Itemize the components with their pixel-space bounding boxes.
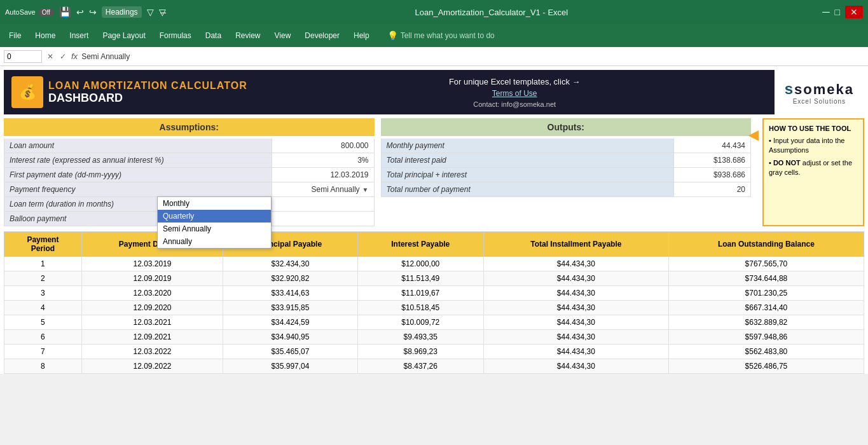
monthly-payment-value: 44.434 xyxy=(674,139,750,153)
table-cell: $10.009,72 xyxy=(357,315,483,330)
menu-page-layout[interactable]: Page Layout xyxy=(96,29,151,43)
table-cell: $34.940,95 xyxy=(223,330,358,345)
table-cell: $767.565,70 xyxy=(668,257,864,271)
table-cell: 12.03.2021 xyxy=(81,315,223,330)
table-cell: $11.019,67 xyxy=(357,286,483,301)
filter-icon2[interactable]: ▽̶ xyxy=(159,7,166,17)
table-cell: $44.434,30 xyxy=(483,345,668,359)
interest-rate-value[interactable]: 3% xyxy=(272,153,374,167)
table-cell: $44.434,30 xyxy=(483,315,668,330)
click-text[interactable]: For unique Excel templates, click → xyxy=(449,77,581,86)
headings-label[interactable]: Headings xyxy=(102,6,142,18)
table-row: 712.03.2022$35.465,07$8.969,23$44.434,30… xyxy=(4,345,864,359)
assumption-row-date: First payment date (dd-mm-yyyy) 12.03.20… xyxy=(4,168,375,182)
minimize-icon[interactable]: ─ xyxy=(822,6,829,18)
table-cell: $44.434,30 xyxy=(483,359,668,374)
table-cell: 6 xyxy=(4,330,82,345)
terms-link[interactable]: Terms of Use xyxy=(492,89,537,98)
menu-data[interactable]: Data xyxy=(199,29,228,43)
menu-developer[interactable]: Developer xyxy=(298,29,346,43)
table-cell: 1 xyxy=(4,257,82,271)
main-content: 💰 LOAN AMORTIZATION CALCULATOR DASHBOARD… xyxy=(0,66,868,374)
autosave-label: AutoSave xyxy=(5,8,36,16)
autosave-toggle[interactable]: Off xyxy=(38,8,54,17)
how-to-use-box: ◀ HOW TO USE THE TOOL • Input your data … xyxy=(762,118,864,226)
table-cell: 12.03.2022 xyxy=(81,345,223,359)
menu-formulas[interactable]: Formulas xyxy=(153,29,198,43)
table-row: 612.09.2021$34.940,95$9.493,35$44.434,30… xyxy=(4,330,864,345)
title-bar: AutoSave Off 💾 ↩ ↪ Headings ▽ ▽̶ Loan_Am… xyxy=(0,0,868,24)
tell-me-input[interactable] xyxy=(401,31,515,40)
how-to-use-item-1: • Input your data into the Assumptions xyxy=(769,136,858,156)
autosave-section: AutoSave Off xyxy=(5,8,54,17)
how-to-use-item-2: • DO NOT adjust or set the gray cells. xyxy=(769,158,858,178)
menu-insert[interactable]: Insert xyxy=(63,29,95,43)
assumptions-outputs-section: Assumptions: Loan amount 800.000 Interes… xyxy=(4,118,864,226)
dd-monthly[interactable]: Monthly xyxy=(158,197,271,210)
frequency-label: Payment frequency xyxy=(4,182,272,196)
someka-name: ssomeka xyxy=(785,80,854,98)
table-cell: $35.997,04 xyxy=(223,359,358,374)
save-icon[interactable]: 💾 xyxy=(59,6,71,18)
table-cell: 3 xyxy=(4,286,82,301)
dd-quarterly[interactable]: Quarterly xyxy=(158,210,271,222)
col-header-period: PaymentPeriod xyxy=(4,232,82,257)
menu-view[interactable]: View xyxy=(268,29,298,43)
menu-review[interactable]: Review xyxy=(229,29,266,43)
logo-section: 💰 LOAN AMORTIZATION CALCULATOR DASHBOARD xyxy=(4,70,255,114)
table-cell: 12.09.2022 xyxy=(81,359,223,374)
menu-file[interactable]: File xyxy=(3,29,27,43)
output-row-principal: Total principal + interest $938.686 xyxy=(381,168,752,182)
close-icon[interactable]: ✕ xyxy=(845,6,863,18)
dd-annually[interactable]: Annually xyxy=(158,235,271,248)
someka-sub: Excel Solutions xyxy=(793,98,846,105)
col-header-installment: Total Installment Payable xyxy=(483,232,668,257)
table-cell: $33.414,63 xyxy=(223,286,358,301)
menu-home[interactable]: Home xyxy=(29,29,62,43)
loan-amount-value[interactable]: 800.000 xyxy=(272,139,374,153)
file-title: Loan_Amortization_Calculator_V1 - Excel xyxy=(171,8,813,17)
formula-bar: ✕ ✓ fx Semi Annually xyxy=(0,47,868,66)
menu-help[interactable]: Help xyxy=(347,29,376,43)
balloon-value[interactable] xyxy=(272,212,374,226)
formula-icon-x[interactable]: ✕ xyxy=(47,52,53,61)
assumption-row-frequency: Payment frequency Semi Annually ▼ Monthl… xyxy=(4,182,375,197)
frequency-dropdown[interactable]: Monthly Quarterly Semi Annually Annually xyxy=(157,196,272,249)
outputs-header: Outputs: xyxy=(381,118,752,136)
table-cell: $11.513,49 xyxy=(357,271,483,286)
total-principal-value: $938.686 xyxy=(674,168,750,182)
loan-amount-label: Loan amount xyxy=(4,139,272,153)
table-cell: $44.434,30 xyxy=(483,330,668,345)
dd-semi-annually[interactable]: Semi Annually xyxy=(158,222,271,235)
table-cell: $12.000,00 xyxy=(357,257,483,271)
dropdown-arrow-icon: ▼ xyxy=(362,186,369,193)
table-cell: $44.434,30 xyxy=(483,301,668,315)
assumption-row-interest: Interest rate (expressed as annual inter… xyxy=(4,153,375,168)
table-cell: 12.09.2019 xyxy=(81,271,223,286)
table-row: 512.03.2021$34.424,59$10.009,72$44.434,3… xyxy=(4,315,864,330)
total-principal-label: Total principal + interest xyxy=(382,168,675,182)
formula-icon-check[interactable]: ✓ xyxy=(60,52,66,61)
lightbulb-icon: 💡 xyxy=(387,31,398,41)
redo-icon[interactable]: ↪ xyxy=(89,7,97,17)
table-cell: 8 xyxy=(4,359,82,374)
table-cell: $667.314,40 xyxy=(668,301,864,315)
undo-icon[interactable]: ↩ xyxy=(76,7,84,17)
frequency-value[interactable]: Semi Annually ▼ xyxy=(272,182,374,196)
table-row: 412.09.2020$33.915,85$10.518,45$44.434,3… xyxy=(4,301,864,315)
cell-reference-input[interactable] xyxy=(4,50,42,63)
payment-date-value[interactable]: 12.03.2019 xyxy=(272,168,374,182)
payment-date-label: First payment date (dd-mm-yyyy) xyxy=(4,168,272,182)
table-cell: $562.483,80 xyxy=(668,345,864,359)
filter-icon[interactable]: ▽ xyxy=(147,7,154,17)
loan-term-value[interactable] xyxy=(272,197,374,211)
table-row: 212.09.2019$32.920,82$11.513,49$44.434,3… xyxy=(4,271,864,286)
assumption-row-loan-amount: Loan amount 800.000 xyxy=(4,139,375,153)
table-cell: $8.969,23 xyxy=(357,345,483,359)
total-payments-value: 20 xyxy=(674,182,750,196)
table-body: 112.03.2019$32.434,30$12.000,00$44.434,3… xyxy=(4,257,864,374)
table-cell: $35.465,07 xyxy=(223,345,358,359)
table-cell: $33.915,85 xyxy=(223,301,358,315)
maximize-icon[interactable]: □ xyxy=(835,7,840,17)
table-row: 312.03.2020$33.414,63$11.019,67$44.434,3… xyxy=(4,286,864,301)
